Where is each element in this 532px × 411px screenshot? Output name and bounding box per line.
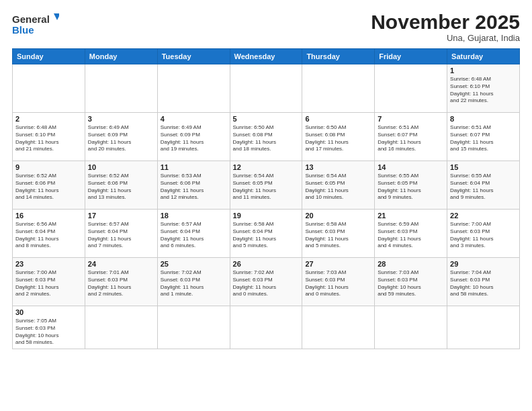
logo: General Blue <box>12 11 59 40</box>
day-number-2-3: 12 <box>233 163 300 171</box>
day-number-4-1: 24 <box>88 260 154 268</box>
cell-5-4 <box>302 306 375 349</box>
header: General Blue November 2025 Una, Gujarat,… <box>12 11 520 43</box>
day-info-3-4: Sunrise: 6:58 AM Sunset: 6:03 PM Dayligh… <box>305 221 371 250</box>
svg-marker-2 <box>54 13 59 20</box>
day-number-3-5: 21 <box>378 212 444 220</box>
day-number-5-0: 30 <box>15 308 82 316</box>
cell-3-2: 18Sunrise: 6:57 AM Sunset: 6:04 PM Dayli… <box>157 210 230 258</box>
cell-2-6: 15Sunrise: 6:55 AM Sunset: 6:04 PM Dayli… <box>447 161 520 210</box>
day-number-4-5: 28 <box>378 260 444 268</box>
svg-text:Blue: Blue <box>12 24 34 36</box>
day-info-4-4: Sunrise: 7:03 AM Sunset: 6:03 PM Dayligh… <box>305 269 371 298</box>
day-info-3-0: Sunrise: 6:56 AM Sunset: 6:04 PM Dayligh… <box>15 221 82 250</box>
week-row-0: 1Sunrise: 6:48 AM Sunset: 6:10 PM Daylig… <box>13 64 520 113</box>
cell-1-6: 8Sunrise: 6:51 AM Sunset: 6:07 PM Daylig… <box>447 113 520 161</box>
cell-2-1: 10Sunrise: 6:52 AM Sunset: 6:06 PM Dayli… <box>85 161 157 210</box>
day-number-3-0: 16 <box>15 212 82 220</box>
cell-4-3: 26Sunrise: 7:02 AM Sunset: 6:03 PM Dayli… <box>230 258 302 306</box>
col-sunday: Sunday <box>13 49 85 64</box>
cell-5-1 <box>85 306 157 349</box>
cell-4-2: 25Sunrise: 7:02 AM Sunset: 6:03 PM Dayli… <box>157 258 230 306</box>
cell-1-5: 7Sunrise: 6:51 AM Sunset: 6:07 PM Daylig… <box>375 113 447 161</box>
cell-2-5: 14Sunrise: 6:55 AM Sunset: 6:05 PM Dayli… <box>375 161 447 210</box>
day-info-4-5: Sunrise: 7:03 AM Sunset: 6:03 PM Dayligh… <box>378 269 444 298</box>
day-info-1-2: Sunrise: 6:49 AM Sunset: 6:09 PM Dayligh… <box>161 124 227 153</box>
day-info-0-6: Sunrise: 6:48 AM Sunset: 6:10 PM Dayligh… <box>450 76 517 105</box>
day-info-3-3: Sunrise: 6:58 AM Sunset: 6:04 PM Dayligh… <box>233 221 300 250</box>
cell-4-1: 24Sunrise: 7:01 AM Sunset: 6:03 PM Dayli… <box>85 258 157 306</box>
day-number-4-4: 27 <box>305 260 371 268</box>
month-title: November 2025 <box>371 11 520 33</box>
day-info-1-6: Sunrise: 6:51 AM Sunset: 6:07 PM Dayligh… <box>450 124 517 153</box>
calendar-table: Sunday Monday Tuesday Wednesday Thursday… <box>12 48 520 349</box>
day-number-4-3: 26 <box>233 260 300 268</box>
week-row-3: 16Sunrise: 6:56 AM Sunset: 6:04 PM Dayli… <box>13 210 520 258</box>
cell-4-4: 27Sunrise: 7:03 AM Sunset: 6:03 PM Dayli… <box>302 258 375 306</box>
day-info-1-5: Sunrise: 6:51 AM Sunset: 6:07 PM Dayligh… <box>378 124 444 153</box>
cell-3-3: 19Sunrise: 6:58 AM Sunset: 6:04 PM Dayli… <box>230 210 302 258</box>
calendar-page: General Blue November 2025 Una, Gujarat,… <box>0 0 532 411</box>
day-info-5-0: Sunrise: 7:05 AM Sunset: 6:03 PM Dayligh… <box>15 318 82 347</box>
day-info-4-1: Sunrise: 7:01 AM Sunset: 6:03 PM Dayligh… <box>88 269 154 298</box>
cell-5-5 <box>375 306 447 349</box>
day-info-1-3: Sunrise: 6:50 AM Sunset: 6:08 PM Dayligh… <box>233 124 300 153</box>
day-info-1-4: Sunrise: 6:50 AM Sunset: 6:08 PM Dayligh… <box>305 124 371 153</box>
day-info-4-3: Sunrise: 7:02 AM Sunset: 6:03 PM Dayligh… <box>233 269 300 298</box>
day-number-3-1: 17 <box>88 212 154 220</box>
cell-3-6: 22Sunrise: 7:00 AM Sunset: 6:03 PM Dayli… <box>447 210 520 258</box>
cell-3-1: 17Sunrise: 6:57 AM Sunset: 6:04 PM Dayli… <box>85 210 157 258</box>
cell-4-5: 28Sunrise: 7:03 AM Sunset: 6:03 PM Dayli… <box>375 258 447 306</box>
cell-3-5: 21Sunrise: 6:59 AM Sunset: 6:03 PM Dayli… <box>375 210 447 258</box>
day-number-2-4: 13 <box>305 163 371 171</box>
day-number-1-4: 6 <box>305 115 371 123</box>
day-number-2-1: 10 <box>88 163 154 171</box>
day-number-2-6: 15 <box>450 163 517 171</box>
day-number-1-5: 7 <box>378 115 444 123</box>
cell-0-6: 1Sunrise: 6:48 AM Sunset: 6:10 PM Daylig… <box>447 64 520 113</box>
day-number-4-0: 23 <box>15 260 82 268</box>
cell-2-4: 13Sunrise: 6:54 AM Sunset: 6:05 PM Dayli… <box>302 161 375 210</box>
week-row-4: 23Sunrise: 7:00 AM Sunset: 6:03 PM Dayli… <box>13 258 520 306</box>
cell-1-1: 3Sunrise: 6:49 AM Sunset: 6:09 PM Daylig… <box>85 113 157 161</box>
col-saturday: Saturday <box>447 49 520 64</box>
day-number-3-6: 22 <box>450 212 517 220</box>
cell-0-3 <box>230 64 302 113</box>
col-thursday: Thursday <box>302 49 375 64</box>
cell-0-1 <box>85 64 157 113</box>
day-info-1-1: Sunrise: 6:49 AM Sunset: 6:09 PM Dayligh… <box>88 124 154 153</box>
col-wednesday: Wednesday <box>230 49 302 64</box>
day-info-3-6: Sunrise: 7:00 AM Sunset: 6:03 PM Dayligh… <box>450 221 517 250</box>
col-friday: Friday <box>375 49 447 64</box>
day-info-3-5: Sunrise: 6:59 AM Sunset: 6:03 PM Dayligh… <box>378 221 444 250</box>
cell-2-2: 11Sunrise: 6:53 AM Sunset: 6:06 PM Dayli… <box>157 161 230 210</box>
day-info-2-3: Sunrise: 6:54 AM Sunset: 6:05 PM Dayligh… <box>233 173 300 201</box>
cell-5-3 <box>230 306 302 349</box>
cell-4-0: 23Sunrise: 7:00 AM Sunset: 6:03 PM Dayli… <box>13 258 85 306</box>
cell-3-0: 16Sunrise: 6:56 AM Sunset: 6:04 PM Dayli… <box>13 210 85 258</box>
day-number-1-3: 5 <box>233 115 300 123</box>
logo-svg: General Blue <box>12 11 59 40</box>
day-info-2-4: Sunrise: 6:54 AM Sunset: 6:05 PM Dayligh… <box>305 173 371 201</box>
day-info-4-0: Sunrise: 7:00 AM Sunset: 6:03 PM Dayligh… <box>15 269 82 298</box>
title-block: November 2025 Una, Gujarat, India <box>371 11 520 43</box>
cell-1-3: 5Sunrise: 6:50 AM Sunset: 6:08 PM Daylig… <box>230 113 302 161</box>
day-number-4-6: 29 <box>450 260 517 268</box>
day-number-1-2: 4 <box>161 115 227 123</box>
week-row-2: 9Sunrise: 6:52 AM Sunset: 6:06 PM Daylig… <box>13 161 520 210</box>
day-number-1-6: 8 <box>450 115 517 123</box>
day-number-2-2: 11 <box>161 163 227 171</box>
cell-0-4 <box>302 64 375 113</box>
day-info-3-2: Sunrise: 6:57 AM Sunset: 6:04 PM Dayligh… <box>161 221 227 250</box>
day-number-2-0: 9 <box>15 163 82 171</box>
day-number-0-6: 1 <box>450 66 517 75</box>
cell-1-4: 6Sunrise: 6:50 AM Sunset: 6:08 PM Daylig… <box>302 113 375 161</box>
day-number-2-5: 14 <box>378 163 444 171</box>
day-number-3-2: 18 <box>161 212 227 220</box>
cell-5-6 <box>447 306 520 349</box>
svg-text:General: General <box>12 13 50 25</box>
location: Una, Gujarat, India <box>371 33 520 43</box>
cell-0-2 <box>157 64 230 113</box>
col-tuesday: Tuesday <box>157 49 230 64</box>
day-info-2-1: Sunrise: 6:52 AM Sunset: 6:06 PM Dayligh… <box>88 173 154 201</box>
